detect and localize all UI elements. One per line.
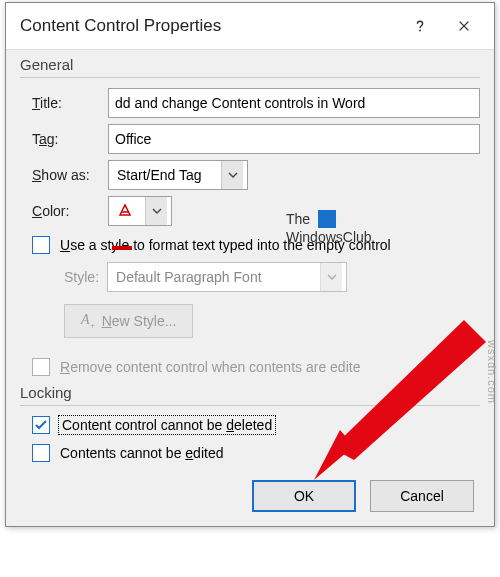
- color-row: Color:: [20, 196, 480, 226]
- cancel-button[interactable]: Cancel: [370, 480, 474, 512]
- color-underline: [112, 246, 132, 250]
- showas-label: Show as:: [32, 167, 108, 183]
- color-swatch-icon: [115, 203, 135, 219]
- button-row: OK Cancel: [20, 480, 480, 512]
- chevron-down-icon: [145, 197, 167, 225]
- chevron-down-icon: [320, 263, 342, 291]
- remove-label: Remove content control when contents are…: [60, 359, 360, 375]
- tag-row: Tag:: [20, 124, 480, 154]
- title-row: Title:: [20, 88, 480, 118]
- style-combo: Default Paragraph Font: [107, 262, 347, 292]
- style-value: Default Paragraph Font: [116, 269, 320, 285]
- tag-input[interactable]: [108, 124, 480, 154]
- color-label: Color:: [32, 203, 108, 219]
- content-control-properties-dialog: Content Control Properties General Title…: [5, 2, 495, 527]
- title-input[interactable]: [108, 88, 480, 118]
- locking-group: Locking Content control cannot be delete…: [20, 384, 480, 462]
- new-style-icon: A+: [81, 312, 96, 330]
- cannot-delete-row: Content control cannot be deleted: [32, 416, 480, 434]
- showas-combo[interactable]: Start/End Tag: [108, 160, 248, 190]
- showas-value: Start/End Tag: [117, 167, 221, 183]
- close-button[interactable]: [442, 4, 486, 48]
- ok-button[interactable]: OK: [252, 480, 356, 512]
- close-icon: [457, 19, 471, 33]
- help-button[interactable]: [398, 4, 442, 48]
- general-heading: General: [20, 56, 480, 73]
- remove-row: Remove content control when contents are…: [32, 358, 480, 376]
- titlebar: Content Control Properties: [6, 3, 494, 49]
- new-style-button: A+ New Style...: [64, 304, 193, 338]
- showas-row: Show as: Start/End Tag: [20, 160, 480, 190]
- tag-label: Tag:: [32, 131, 108, 147]
- cannot-delete-checkbox[interactable]: [32, 416, 50, 434]
- locking-heading: Locking: [20, 384, 480, 401]
- color-combo[interactable]: [108, 196, 172, 226]
- divider: [20, 405, 480, 406]
- use-style-row: Use a style to format text typed into th…: [32, 236, 480, 254]
- help-icon: [413, 19, 427, 33]
- cannot-edit-checkbox[interactable]: [32, 444, 50, 462]
- cannot-delete-label: Content control cannot be deleted: [60, 417, 274, 433]
- chevron-down-icon: [221, 161, 243, 189]
- svg-point-0: [419, 29, 421, 31]
- dialog-body: General Title: Tag: Show as: Start/End T…: [6, 49, 494, 526]
- cannot-edit-row: Contents cannot be edited: [32, 444, 480, 462]
- style-label: Style:: [64, 269, 99, 285]
- cannot-edit-label: Contents cannot be edited: [60, 445, 223, 461]
- remove-checkbox: [32, 358, 50, 376]
- style-row: Style: Default Paragraph Font: [64, 262, 480, 292]
- divider: [20, 77, 480, 78]
- new-style-label: New Style...: [102, 313, 177, 329]
- use-style-label: Use a style to format text typed into th…: [60, 237, 391, 253]
- use-style-checkbox[interactable]: [32, 236, 50, 254]
- title-label: Title:: [32, 95, 108, 111]
- window-title: Content Control Properties: [20, 16, 398, 36]
